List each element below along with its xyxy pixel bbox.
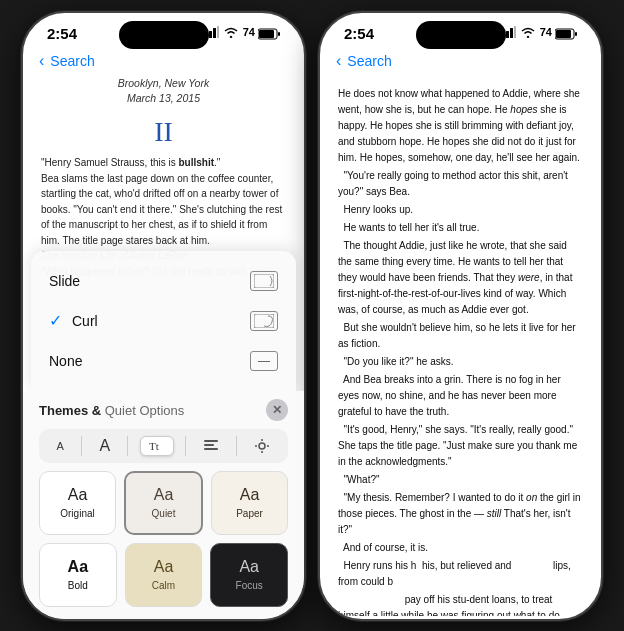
right-para-13: Henry runs his h­­­­­­­­­ ­ his, but rel…: [338, 558, 583, 590]
theme-paper-label: Paper: [236, 508, 263, 519]
font-controls: A A Tt: [39, 429, 288, 463]
svg-point-13: [259, 443, 265, 449]
right-para-3: Henry looks up.: [338, 202, 583, 218]
slide-option-label: Slide: [49, 273, 80, 289]
theme-bold-label: Bold: [68, 580, 88, 591]
left-search-bar[interactable]: ‹ Search: [23, 46, 304, 76]
right-search-label: Search: [347, 53, 391, 69]
theme-original[interactable]: Aa Original: [39, 471, 116, 535]
svg-rect-20: [510, 28, 513, 38]
svg-rect-2: [213, 28, 216, 38]
svg-rect-5: [259, 30, 274, 38]
left-status-icons: 74: [205, 26, 280, 40]
slide-icon: [250, 271, 278, 291]
svg-rect-24: [575, 32, 577, 36]
right-para-4: He wants to tell her it's all true.: [338, 220, 583, 236]
svg-rect-1: [209, 31, 212, 38]
theme-cards-row-2: Aa Bold Aa Calm Aa Focus: [39, 543, 288, 607]
right-para-14: pay off his stu-dent loans, to treat him…: [338, 592, 583, 616]
theme-bold[interactable]: Aa Bold: [39, 543, 117, 607]
slide-option-curl[interactable]: ✓ Curl: [31, 301, 296, 341]
chapter-location: Brooklyn, New YorkMarch 13, 2015: [41, 76, 286, 108]
svg-rect-23: [556, 30, 571, 38]
svg-rect-19: [506, 31, 509, 38]
back-chevron-icon: ‹: [39, 52, 44, 70]
right-para-6: But she wouldn't believe him, so he lets…: [338, 320, 583, 352]
font-selector-button[interactable]: Tt: [140, 436, 174, 456]
svg-rect-7: [254, 274, 274, 288]
theme-calm[interactable]: Aa Calm: [125, 543, 203, 607]
theme-bold-aa: Aa: [68, 558, 88, 576]
theme-focus[interactable]: Aa Focus: [210, 543, 288, 607]
brightness-button[interactable]: [248, 436, 276, 456]
divider4: [236, 436, 237, 456]
font-size-small[interactable]: A: [51, 438, 70, 454]
checkmark-icon: ✓: [49, 311, 62, 330]
slide-option-slide[interactable]: Slide: [31, 261, 296, 301]
phones-container: 2:54: [21, 11, 603, 621]
svg-rect-12: [204, 448, 218, 450]
theme-focus-aa: Aa: [239, 558, 259, 576]
right-book-content: He does not know what happened to Addie,…: [320, 76, 601, 616]
none-option-label: None: [49, 353, 82, 369]
themes-section: Themes & Quiet Options ✕ A A Tt: [23, 391, 304, 619]
svg-rect-3: [217, 26, 219, 38]
curl-option-label: Curl: [72, 313, 98, 329]
theme-original-aa: Aa: [68, 486, 88, 504]
right-status-icons: 74: [502, 26, 577, 40]
right-para-11: "My thesis. Remember? I wanted to do it …: [338, 490, 583, 538]
right-battery-icon: 74: [540, 26, 577, 39]
theme-paper-aa: Aa: [240, 486, 260, 504]
right-para-2: "You're really going to method actor thi…: [338, 168, 583, 200]
font-size-large[interactable]: A: [93, 435, 116, 457]
right-dynamic-island: [416, 21, 506, 49]
right-phone: 2:54: [318, 11, 603, 621]
theme-original-label: Original: [60, 508, 94, 519]
left-time: 2:54: [47, 25, 77, 42]
wifi-icon: [224, 26, 238, 40]
right-back-chevron-icon: ‹: [336, 52, 341, 70]
paragraph-button[interactable]: [197, 437, 225, 455]
theme-paper[interactable]: Aa Paper: [211, 471, 288, 535]
none-icon: —: [250, 351, 278, 371]
right-search-bar[interactable]: ‹ Search: [320, 46, 601, 76]
theme-calm-label: Calm: [152, 580, 175, 591]
theme-quiet[interactable]: Aa Quiet: [124, 471, 203, 535]
right-para-12: And of course, it is.: [338, 540, 583, 556]
right-para-7: "Do you like it?" he asks.: [338, 354, 583, 370]
slide-option-none[interactable]: None —: [31, 341, 296, 381]
svg-rect-11: [204, 444, 214, 446]
overlay-panel: Slide ✓ Curl N: [23, 251, 304, 619]
theme-quiet-label: Quiet: [152, 508, 176, 519]
close-button[interactable]: ✕: [266, 399, 288, 421]
right-time: 2:54: [344, 25, 374, 42]
themes-title: Themes & Quiet Options: [39, 401, 184, 419]
divider2: [127, 436, 128, 456]
divider3: [185, 436, 186, 456]
slide-options-panel: Slide ✓ Curl N: [31, 251, 296, 391]
right-para-5: The thought Addie, just like he wrote, t…: [338, 238, 583, 318]
right-para-10: "What?": [338, 472, 583, 488]
dynamic-island: [119, 21, 209, 49]
curl-icon: [250, 311, 278, 331]
svg-rect-10: [204, 440, 218, 442]
right-para-1: He does not know what happened to Addie,…: [338, 86, 583, 166]
theme-focus-label: Focus: [236, 580, 263, 591]
svg-rect-21: [514, 26, 516, 38]
left-book-content: Brooklyn, New YorkMarch 13, 2015 II "Hen…: [23, 76, 304, 276]
left-search-label: Search: [50, 53, 94, 69]
chapter-number: II: [41, 111, 286, 153]
themes-header: Themes & Quiet Options ✕: [39, 399, 288, 421]
theme-calm-aa: Aa: [154, 558, 174, 576]
divider: [81, 436, 82, 456]
svg-text:Tt: Tt: [149, 440, 159, 452]
svg-rect-6: [278, 32, 280, 36]
theme-cards-row-1: Aa Original Aa Quiet Aa Paper: [39, 471, 288, 535]
left-phone: 2:54: [21, 11, 306, 621]
right-para-9: "It's good, Henry," she says. "It's real…: [338, 422, 583, 470]
battery-icon: 74: [243, 26, 280, 39]
right-para-8: And Bea breaks into a grin. There is no …: [338, 372, 583, 420]
theme-quiet-aa: Aa: [154, 486, 174, 504]
right-wifi-icon: [521, 26, 535, 40]
